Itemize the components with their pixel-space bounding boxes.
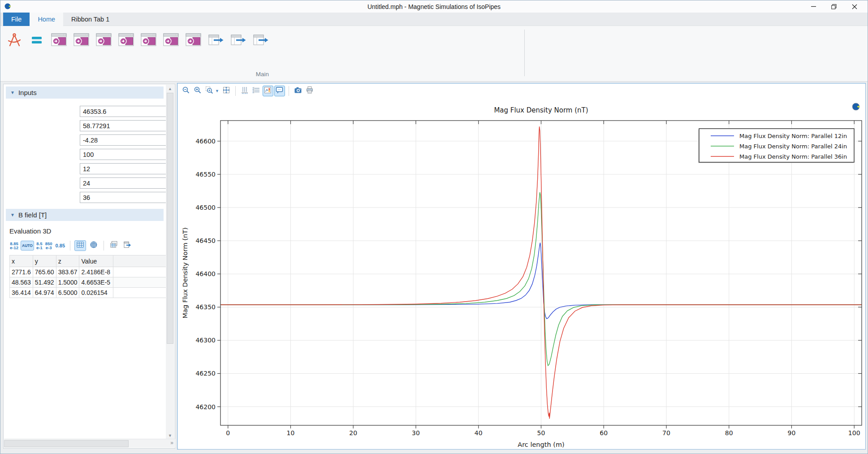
precision-0-85-button[interactable]: 0.85 (54, 243, 67, 248)
chart-legend: Mag Flux Density Norm: Parallel 12inMag … (698, 129, 854, 163)
plot-canvas[interactable]: 0102030405060708090100462004625046300463… (178, 98, 865, 449)
input-field-3[interactable] (80, 149, 166, 160)
precision-8-85e-12-button[interactable]: 8.85e-12 (9, 242, 20, 250)
tab-home[interactable]: Home (30, 13, 63, 26)
plot-parallel-by-button[interactable] (160, 29, 182, 72)
tab-file[interactable]: File (3, 13, 30, 26)
x-axis-settings-button[interactable] (239, 86, 250, 96)
compute-button[interactable] (26, 29, 48, 72)
show-legends-button[interactable] (263, 86, 273, 96)
plot-parallel-bx-button[interactable] (138, 29, 160, 72)
table-cell: 36.414 (10, 288, 33, 298)
collapse-caret-icon: ▼ (10, 90, 15, 95)
table-row[interactable]: 36.41464.9746.50000.026154 (10, 288, 166, 298)
precision-8-5e-1-button[interactable]: 8.5e-1 (35, 242, 44, 250)
column-header[interactable] (113, 255, 166, 267)
scroll-down-icon[interactable]: ▼ (166, 432, 174, 439)
plot-total-field-5m-button[interactable] (93, 29, 115, 72)
x-axis-icon (241, 86, 249, 96)
restore-button[interactable] (824, 0, 844, 13)
table-row[interactable]: 48.56351.4921.50004.6653E-5 (10, 277, 166, 288)
column-header[interactable]: y (33, 255, 56, 267)
plot-icon (73, 31, 90, 48)
image-snapshot-button[interactable] (293, 86, 303, 96)
geometry-button[interactable] (3, 29, 26, 72)
show-tooltips-button[interactable] (274, 86, 285, 96)
input-field-1[interactable] (80, 120, 166, 131)
table-cell (113, 288, 166, 298)
svg-text:Mag Flux Density Norm: Paralle: Mag Flux Density Norm: Parallel 36in (739, 153, 847, 160)
dropdown-caret-icon[interactable]: ▼ (215, 89, 219, 93)
export-data-2-button[interactable] (227, 29, 250, 72)
export-data-3-button[interactable] (250, 29, 272, 72)
left-panel-vertical-scrollbar[interactable]: ▲ ▼ (166, 85, 174, 440)
camera-icon (294, 86, 302, 96)
toolbar-separator (104, 241, 104, 251)
input-field-6[interactable] (80, 192, 166, 203)
input-row (4, 176, 166, 190)
section-header-inputs[interactable]: ▼ Inputs (6, 86, 164, 99)
export-table-button[interactable] (121, 240, 133, 251)
svg-text:90: 90 (788, 429, 796, 437)
legend-icon (264, 86, 272, 96)
toolbar-separator (235, 86, 236, 96)
zoom-extents-button[interactable] (221, 86, 232, 96)
table-view-button[interactable] (74, 240, 86, 251)
close-button[interactable] (844, 0, 865, 13)
graphics-panel: ▼ 01020304050607080901004620046250463004… (177, 83, 866, 450)
plot-total-field-3m-button[interactable] (70, 29, 93, 72)
window-title: Untitled.mph - Magnetic Simulations of I… (0, 3, 868, 10)
print-button[interactable] (304, 86, 315, 96)
minimize-button[interactable] (803, 0, 824, 13)
table-row[interactable]: 2771.6765.60383.672.4186E-8 (10, 267, 166, 277)
plot-icon (186, 31, 202, 48)
evaluation-toolbar: 8.85e-12AUTO8.5e-1850e-30.85 (9, 239, 134, 252)
results-table-header: xyzValue (10, 255, 166, 267)
input-field-4[interactable] (80, 163, 166, 174)
svg-text:46300: 46300 (195, 337, 216, 344)
column-header[interactable]: z (56, 255, 79, 267)
input-field-5[interactable] (80, 177, 166, 189)
table-icon (76, 241, 84, 251)
horizontal-scroll-thumb[interactable] (4, 440, 129, 447)
scroll-right-icon[interactable]: » (170, 440, 173, 446)
input-row (4, 147, 166, 162)
plot-total-field-1m-button[interactable] (48, 29, 70, 72)
svg-text:70: 70 (662, 429, 670, 437)
scroll-up-icon[interactable]: ▲ (166, 85, 174, 92)
zoom-out-button[interactable] (192, 86, 203, 96)
vertical-scroll-thumb[interactable] (167, 93, 173, 344)
section-header-bfield[interactable]: ▼ B field [T] (6, 209, 164, 221)
plot-parallel-b-button[interactable] (115, 29, 138, 72)
compute-icon (29, 31, 45, 48)
section-title: Inputs (18, 89, 37, 96)
y-axis-label: Mag Flux Density Norm (nT) (181, 227, 189, 318)
input-field-0[interactable] (80, 106, 166, 117)
auto-precision-button[interactable]: AUTO (21, 241, 34, 251)
table-cell (113, 277, 166, 288)
input-row (4, 119, 166, 133)
left-panel-horizontal-scrollbar[interactable]: » (4, 439, 175, 448)
tooltip-icon (276, 86, 284, 96)
section-title: B field [T] (18, 211, 47, 219)
svg-text:46250: 46250 (195, 370, 216, 377)
zoom-out-icon (194, 86, 202, 96)
tab-ribbon-tab-1[interactable]: Ribbon Tab 1 (63, 13, 117, 26)
sphere-view-button[interactable] (88, 240, 99, 251)
zoom-in-button[interactable] (181, 86, 191, 96)
column-header[interactable]: Value (79, 255, 113, 267)
svg-text:46550: 46550 (195, 171, 216, 178)
input-field-2[interactable] (80, 134, 166, 146)
column-header[interactable]: x (10, 255, 33, 267)
export-table-icon (123, 241, 131, 251)
y-axis-settings-button[interactable] (251, 86, 262, 96)
svg-text:20: 20 (349, 429, 357, 437)
copy-table-button[interactable] (108, 240, 120, 251)
table-cell: 51.492 (33, 277, 56, 288)
ribbon-group-divider (524, 30, 525, 76)
plot-parallel-bz-button[interactable] (182, 29, 205, 72)
zoom-box-button[interactable] (204, 86, 215, 96)
title-bar: Untitled.mph - Magnetic Simulations of I… (0, 0, 868, 13)
export-data-1-button[interactable] (205, 29, 227, 72)
precision-850e-3-button[interactable]: 850e-3 (44, 242, 54, 250)
